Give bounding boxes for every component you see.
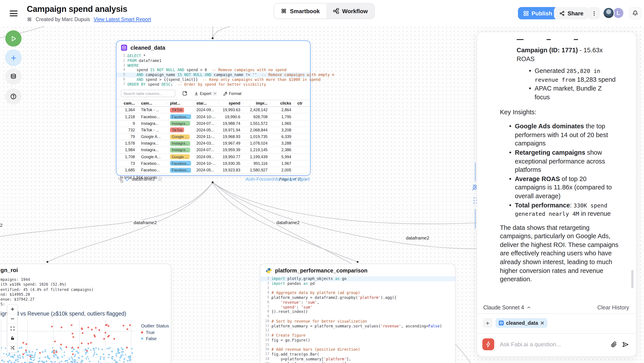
run-all-button[interactable] (5, 30, 22, 47)
fit-view-button[interactable] (8, 324, 17, 333)
context-chip-cleaned-data[interactable]: SQL cleaned_data ✕ (496, 318, 547, 328)
code-line[interactable]: 18 y=platform_summary['platform'], (260, 357, 455, 362)
table-row[interactable]: 1,578Instagra...Instagra...2024-03...19,… (116, 140, 310, 147)
code-line[interactable]: 3WHERE (116, 63, 310, 68)
column-header[interactable]: plat... (166, 101, 193, 106)
send-button[interactable] (622, 341, 629, 348)
attach-button[interactable] (610, 341, 617, 348)
avatar-photo[interactable] (603, 7, 614, 19)
expand-icon[interactable] (182, 91, 187, 96)
table-row[interactable]: 1,364TikTok - ...TikTok2024-09...19,993.… (116, 107, 310, 114)
column-header[interactable]: impr... (243, 101, 270, 106)
output-dataframe-label[interactable]: dataframe2 (132, 176, 155, 182)
publish-button[interactable]: Publish (518, 7, 558, 19)
table-row[interactable]: 79Google A...Google ...2024-11-...19,968… (116, 134, 310, 140)
platform-badge: Google ... (170, 154, 190, 159)
scatter-plot[interactable] (0, 320, 135, 363)
column-header[interactable]: clicks (270, 101, 294, 106)
table-row[interactable]: 1,218Faceboo...Faceboo...2024-10-...19,9… (116, 114, 310, 120)
code-line[interactable]: 1⌄SELECT * (116, 54, 310, 59)
model-selector[interactable]: Claude Sonnet 4 (483, 304, 524, 311)
zoom-out-button[interactable] (8, 314, 17, 324)
export-chevron[interactable] (212, 91, 217, 96)
code-line[interactable]: 12 (260, 328, 455, 333)
table-cell: 73 (116, 161, 138, 166)
tab-smartbook[interactable]: Smartbook (274, 4, 326, 19)
column-header[interactable]: cam... (138, 101, 166, 106)
code-line[interactable]: 19 x=platform_summary['revenue'], (260, 361, 455, 363)
chevron-up-icon[interactable] (527, 305, 531, 310)
code-line[interactable]: 4# Aggregate data by platform (ad group) (260, 291, 455, 295)
table-cell: 6,339 (270, 135, 294, 139)
code-line[interactable]: 11platform_summary = platform_summary.so… (260, 324, 455, 328)
share-button[interactable]: Share (554, 7, 589, 19)
data-sources-button[interactable] (5, 69, 22, 85)
table-row[interactable]: 73Faceboo...Faceboo...2024-10-...19,930.… (116, 160, 310, 167)
code-line[interactable]: 5⌄platform_summary = dataframe2.groupby(… (260, 295, 455, 300)
lock-button[interactable] (8, 333, 17, 343)
python-editor[interactable]: 1import plotly.graph_objects as go2impor… (260, 276, 455, 363)
zoom-in-button[interactable] (8, 304, 17, 314)
column-header[interactable]: cam... (116, 101, 138, 106)
code-line[interactable]: 14fig = go.Figure() (260, 338, 455, 343)
format-button[interactable]: Format (223, 91, 242, 96)
shuffle-layout-button[interactable] (8, 343, 17, 352)
legend-item-false[interactable]: False (141, 336, 169, 341)
code-line[interactable]: 15 (260, 342, 455, 347)
code-line[interactable]: 8}).reset_index() (260, 310, 455, 314)
code-line[interactable]: 5 AND campaign_name IS NOT NULL AND camp… (116, 73, 310, 77)
clear-history-button[interactable]: Clear History (598, 304, 629, 311)
table-row[interactable]: 732TikTok - ...TikTok2024-05...19,971.94… (116, 127, 310, 134)
export-button[interactable]: Export (194, 91, 217, 96)
code-line[interactable]: 7 'spend': 'sum' (260, 305, 455, 310)
download-icon (194, 91, 198, 96)
legend-item-true[interactable]: True (141, 330, 169, 335)
column-header[interactable]: spend (218, 101, 243, 106)
code-line[interactable]: 7ORDER BY spend DESC; -- Order by spend … (116, 82, 310, 87)
column-header[interactable]: star... (193, 101, 218, 106)
smart-report-link[interactable]: View Latest Smart Report (94, 17, 151, 22)
table-cell: 2024-05... (193, 128, 218, 132)
add-cell-button[interactable] (5, 50, 22, 66)
table-row[interactable]: 9Instagra...Instagra...2024-07...19,988.… (116, 120, 310, 127)
table-cell: 1,984 (116, 148, 138, 152)
code-line[interactable]: 4 spend IS NOT NULL AND spend > 0 -- Rem… (116, 68, 310, 73)
sql-editor[interactable]: 1⌄SELECT *2FROM dataframe13WHERE4 spend … (116, 53, 310, 87)
drag-grip[interactable] (158, 176, 162, 182)
table-search-input[interactable] (121, 90, 175, 97)
table-cell: 2024-05... (193, 168, 218, 172)
code-line[interactable]: 2import pandas as pd (260, 281, 455, 286)
menu-icon[interactable] (10, 11, 18, 16)
chat-input[interactable] (499, 340, 606, 348)
code-line[interactable]: 3 (260, 286, 455, 291)
node-campaign-roi[interactable]: gn_roi mpaigns: 1944ith ≥$10k spend: 102… (0, 264, 171, 363)
code-line[interactable]: 13# Create figure (260, 333, 455, 338)
node-platform-performance[interactable]: platform_performance_comparison 1import … (260, 264, 456, 363)
more-options-button[interactable] (588, 7, 600, 19)
platform-badge: TikTok (170, 108, 184, 113)
code-line[interactable]: 2FROM dataframe1 (116, 59, 310, 63)
table-row[interactable]: 1,685Faceboo...Faceboo...2024-05...19,92… (116, 167, 310, 174)
code-line[interactable]: 6 AND spend > {{spend_limit}} -- Keep on… (116, 77, 310, 82)
code-line[interactable]: 16# Add revenue bars (positive direction… (260, 347, 455, 352)
table-row[interactable]: 1,984Instagra...Instagra...2024-07...19,… (116, 147, 310, 154)
help-button[interactable] (5, 88, 22, 105)
table-cell: Instagra... (138, 141, 166, 146)
column-header[interactable]: ctr (294, 101, 310, 106)
code-line[interactable]: 9 (260, 314, 455, 319)
code-line[interactable]: 6 'revenue': 'sum', (260, 300, 455, 305)
code-line[interactable]: 1import plotly.graph_objects as go (260, 276, 455, 281)
remove-chip-icon[interactable]: ✕ (540, 320, 544, 326)
table-row[interactable]: 1,708Google A...Google ...2024-09...19,9… (116, 154, 310, 160)
tab-workflow[interactable]: Workflow (326, 4, 374, 19)
code-line[interactable]: 17fig.add_trace(go.Bar( (260, 352, 455, 357)
chat-scroll-area[interactable]: Campaign (ID: 1771) - 15.63x ROAS Genera… (477, 32, 636, 294)
table-cell: 2,005 (270, 168, 294, 172)
table-cell: 2024-09... (193, 154, 218, 159)
edge-label: dataframe2 (405, 235, 430, 240)
code-line[interactable]: 10# Sort by revenue for better visualiza… (260, 319, 455, 324)
node-cleaned-data[interactable]: SQL cleaned_data 1⌄SELECT *2FROM datafra… (116, 41, 310, 176)
scrollbar-thumb[interactable] (631, 270, 634, 288)
add-context-button[interactable]: + (483, 318, 492, 328)
notifications-button[interactable] (629, 7, 641, 19)
